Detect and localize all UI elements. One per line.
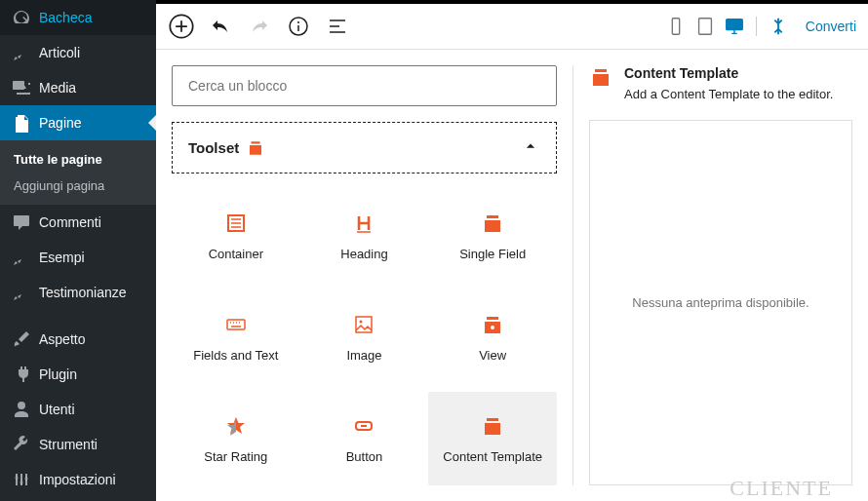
sidebar-item-pages[interactable]: Pagine xyxy=(0,105,156,140)
sidebar-item-testimonials[interactable]: Testimonianze xyxy=(0,275,156,310)
block-label: Button xyxy=(346,449,383,464)
sidebar-label: Media xyxy=(39,80,76,96)
editor-toolbar: Converti xyxy=(156,4,868,50)
desktop-view-button[interactable] xyxy=(721,13,748,40)
block-detail-title: Content Template xyxy=(624,65,833,81)
block-label: Heading xyxy=(340,247,387,261)
no-preview-text: Nessuna anteprima disponibile. xyxy=(632,295,809,310)
plug-icon xyxy=(12,365,31,384)
sidebar-item-plugins[interactable]: Plugin xyxy=(0,357,156,392)
svg-rect-7 xyxy=(698,19,711,35)
sidebar-label: Esempi xyxy=(39,250,85,265)
submenu-all-pages[interactable]: Tutte le pagine xyxy=(0,146,156,173)
container-icon xyxy=(224,212,248,235)
block-content-template[interactable]: Content Template xyxy=(428,392,557,485)
media-icon xyxy=(12,78,31,97)
sidebar-label: Pagine xyxy=(39,115,82,131)
block-button[interactable]: Button xyxy=(300,392,429,485)
sidebar-label: Impostazioni xyxy=(39,472,116,487)
brush-icon xyxy=(12,329,31,349)
tablet-view-button[interactable] xyxy=(691,13,719,40)
svg-point-0 xyxy=(16,477,19,480)
sliders-icon xyxy=(12,470,31,489)
submenu-add-page[interactable]: Aggiungi pagina xyxy=(0,173,156,199)
block-heading[interactable]: Heading xyxy=(300,189,429,283)
svg-point-2 xyxy=(25,478,28,481)
category-toolset-header[interactable]: Toolset xyxy=(172,122,557,173)
block-container[interactable]: Container xyxy=(172,189,300,283)
sidebar-label: Testimonianze xyxy=(39,285,127,300)
sidebar-label: Bacheca xyxy=(39,10,92,25)
info-button[interactable] xyxy=(281,9,316,44)
sidebar-item-examples[interactable]: Esempi xyxy=(0,240,156,275)
block-label: Container xyxy=(209,247,263,261)
block-detail-panel: Content Template Add a Content Template … xyxy=(589,65,852,485)
block-preview: Nessuna anteprima disponibile. xyxy=(589,120,852,486)
toolset-icon xyxy=(247,139,264,157)
heading-icon xyxy=(352,212,375,235)
image-icon xyxy=(352,313,375,336)
wrench-icon xyxy=(12,435,31,454)
block-label: Star Rating xyxy=(204,449,267,464)
block-label: Image xyxy=(346,348,381,363)
block-image[interactable]: Image xyxy=(300,290,429,384)
block-inserter-panel: Toolset Container Heading Sin xyxy=(156,50,868,501)
category-title: Toolset xyxy=(188,139,239,156)
background-content: CLIENTE xyxy=(347,476,852,501)
block-view[interactable]: View xyxy=(428,290,557,384)
block-fields-text[interactable]: Fields and Text xyxy=(172,290,300,384)
redo-button[interactable] xyxy=(242,9,277,44)
cliente-heading: CLIENTE xyxy=(730,476,833,501)
sidebar-label: Plugin xyxy=(39,366,77,382)
sidebar-item-media[interactable]: Media xyxy=(0,70,156,105)
pin-icon xyxy=(12,248,31,267)
search-block-input[interactable] xyxy=(172,65,557,106)
svg-rect-8 xyxy=(727,19,743,30)
content-template-icon xyxy=(589,65,612,104)
sidebar-label: Commenti xyxy=(39,214,101,230)
svg-rect-6 xyxy=(672,19,679,35)
svg-point-12 xyxy=(360,320,363,323)
sidebar-item-dashboard[interactable]: Bacheca xyxy=(0,0,156,35)
user-icon xyxy=(12,400,31,419)
single-field-icon xyxy=(481,212,504,235)
sidebar-item-appearance[interactable]: Aspetto xyxy=(0,322,156,357)
pin-icon xyxy=(12,283,31,302)
block-label: View xyxy=(479,348,506,363)
block-label: Content Template xyxy=(443,449,542,464)
sidebar-label: Utenti xyxy=(39,402,75,417)
convert-link[interactable]: Converti xyxy=(806,19,856,34)
vertical-divider xyxy=(572,65,573,485)
comment-icon xyxy=(12,212,31,232)
content-template-icon xyxy=(481,414,504,438)
sidebar-item-settings[interactable]: Impostazioni xyxy=(0,462,156,497)
button-icon xyxy=(352,414,375,438)
sidebar-item-tools[interactable]: Strumenti xyxy=(0,427,156,462)
star-icon xyxy=(224,414,248,438)
svg-rect-11 xyxy=(356,317,372,332)
page-icon xyxy=(12,113,31,133)
sidebar-label: Strumenti xyxy=(39,437,98,452)
keyboard-icon xyxy=(224,313,248,336)
undo-button[interactable] xyxy=(203,9,238,44)
blocks-grid: Container Heading Single Field Fields an… xyxy=(172,189,557,485)
svg-point-13 xyxy=(491,326,494,329)
block-detail-description: Add a Content Template to the editor. xyxy=(624,85,833,104)
add-block-button[interactable] xyxy=(164,9,199,44)
sidebar-item-posts[interactable]: Articoli xyxy=(0,35,156,70)
block-star-rating[interactable]: Star Rating xyxy=(172,392,300,485)
view-icon xyxy=(481,313,504,336)
mobile-view-button[interactable] xyxy=(662,13,690,40)
sidebar-item-users[interactable]: Utenti xyxy=(0,392,156,427)
sidebar-submenu-pages: Tutte le pagine Aggiungi pagina xyxy=(0,140,156,205)
block-single-field[interactable]: Single Field xyxy=(428,189,557,283)
sidebar-item-comments[interactable]: Commenti xyxy=(0,205,156,240)
collapse-button[interactable] xyxy=(765,13,792,40)
sidebar-label: Articoli xyxy=(39,45,80,60)
outline-button[interactable] xyxy=(320,9,355,44)
block-label: Fields and Text xyxy=(193,348,278,363)
dashboard-icon xyxy=(12,8,31,27)
separator xyxy=(756,17,757,36)
block-label: Single Field xyxy=(459,247,526,261)
admin-sidebar: Bacheca Articoli Media Pagine Tutte le p… xyxy=(0,0,156,501)
